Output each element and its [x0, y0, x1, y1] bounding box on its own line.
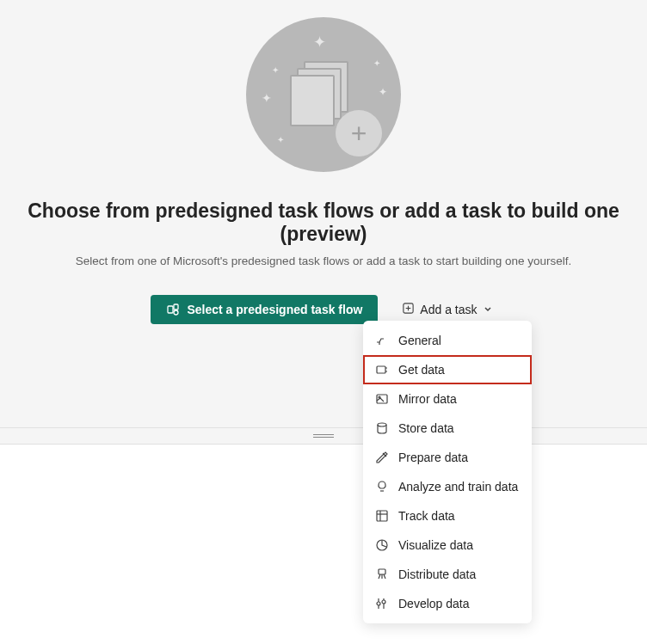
add-square-icon — [402, 302, 415, 317]
sparkle-icon: ✦ — [262, 91, 272, 105]
page-title: Choose from predesigned task flows or ad… — [0, 199, 647, 246]
dropdown-item-label: Mirror data — [398, 392, 457, 406]
actions-row: Select a predesigned task flow Add a tas… — [151, 295, 496, 324]
svg-point-11 — [378, 423, 386, 426]
panel-divider[interactable] — [0, 427, 647, 445]
sparkle-icon: ✦ — [272, 65, 279, 75]
dropdown-item-label: Store data — [398, 421, 454, 435]
drag-handle-icon — [313, 434, 334, 438]
dropdown-item-prepare-data[interactable]: Prepare data — [363, 443, 532, 472]
add-task-button[interactable]: Add a task — [398, 295, 496, 324]
svg-rect-14 — [377, 511, 387, 521]
dropdown-item-label: General — [398, 334, 441, 347]
dropdown-item-track-data[interactable]: Track data — [363, 501, 532, 531]
dropdown-item-label: Track data — [398, 509, 455, 523]
page-subtitle: Select from one of Microsoft's predesign… — [76, 255, 572, 267]
template-icon — [166, 303, 180, 316]
dropdown-item-label: Analyze and train data — [398, 480, 518, 494]
select-predesigned-button[interactable]: Select a predesigned task flow — [151, 295, 378, 324]
store-data-icon — [375, 421, 389, 435]
track-data-icon — [375, 509, 389, 523]
files-stack-icon — [290, 61, 350, 121]
dropdown-item-general[interactable]: General — [363, 326, 532, 355]
distribute-data-icon — [375, 567, 389, 581]
plus-circle-icon: + — [336, 110, 382, 156]
sparkle-icon: ✦ — [373, 58, 380, 68]
sparkle-icon: ✦ — [379, 86, 387, 98]
button-label: Select a predesigned task flow — [187, 303, 362, 316]
hero-illustration: ✦ ✦ ✦ ✦ ✦ ✦ ✦ + — [246, 17, 401, 172]
dropdown-item-store-data[interactable]: Store data — [363, 414, 532, 443]
svg-rect-6 — [377, 366, 385, 373]
sparkle-icon: ✦ — [313, 33, 326, 52]
develop-data-icon — [375, 597, 389, 610]
svg-rect-0 — [168, 306, 173, 313]
chevron-down-icon — [483, 303, 493, 316]
add-task-dropdown: General Get data Mirror data — [363, 321, 532, 623]
dropdown-item-label: Get data — [398, 363, 445, 377]
svg-point-20 — [377, 602, 380, 605]
button-label: Add a task — [420, 303, 477, 316]
dropdown-item-distribute-data[interactable]: Distribute data — [363, 560, 532, 589]
dropdown-item-label: Prepare data — [398, 451, 468, 464]
dropdown-item-label: Visualize data — [398, 538, 473, 552]
mirror-data-icon — [375, 392, 389, 406]
dropdown-item-mirror-data[interactable]: Mirror data — [363, 384, 532, 414]
dropdown-item-analyze-data[interactable]: Analyze and train data — [363, 472, 532, 501]
dropdown-item-label: Develop data — [398, 597, 470, 610]
svg-point-23 — [382, 600, 385, 604]
svg-rect-18 — [379, 569, 385, 574]
dropdown-item-get-data[interactable]: Get data — [363, 355, 532, 384]
get-data-icon — [375, 363, 389, 377]
svg-rect-1 — [174, 304, 178, 310]
dropdown-item-label: Distribute data — [398, 567, 476, 581]
prepare-data-icon — [375, 451, 389, 464]
lower-panel — [0, 445, 647, 644]
sparkle-icon: ✦ — [277, 135, 284, 144]
dropdown-item-visualize-data[interactable]: Visualize data — [363, 531, 532, 560]
svg-point-2 — [174, 310, 178, 315]
analyze-data-icon — [375, 480, 389, 494]
visualize-data-icon — [375, 538, 389, 552]
general-icon — [375, 334, 389, 347]
dropdown-item-develop-data[interactable]: Develop data — [363, 589, 532, 618]
